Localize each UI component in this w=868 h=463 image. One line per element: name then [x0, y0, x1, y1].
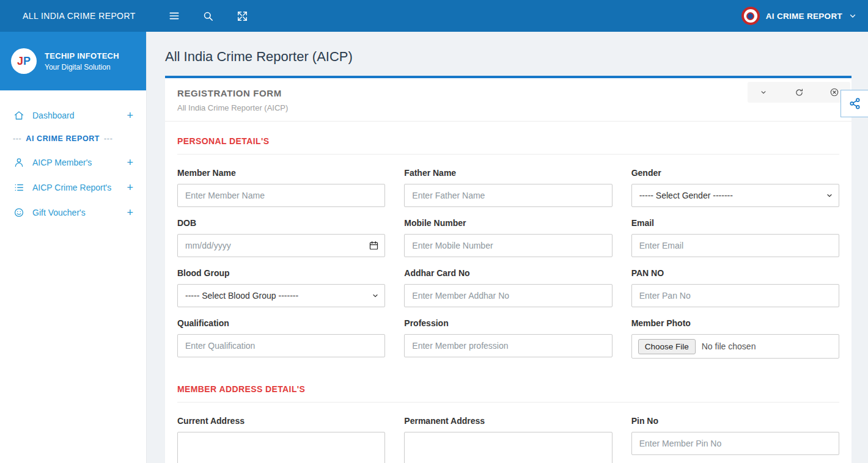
company-logo-block: JP TECHIP INFOTECH Your Digital Solution — [0, 32, 146, 90]
top-navbar: ALL INDIA CRIME REPORT AI CRIME REPORT — [0, 0, 868, 32]
father-name-input[interactable] — [404, 184, 612, 207]
section-title-personal: PERSONAL DETAIL'S — [177, 136, 839, 146]
email-label: Email — [631, 218, 839, 228]
plus-icon[interactable]: + — [127, 182, 133, 193]
plus-icon[interactable]: + — [127, 207, 133, 218]
close-icon[interactable] — [829, 87, 839, 97]
plus-icon[interactable]: + — [127, 110, 133, 121]
field-aadhar: Addhar Card No — [404, 268, 612, 307]
sidebar-menu: Dashboard + --- AI CRIME REPORT --- AICP… — [0, 90, 146, 225]
sidebar: JP TECHIP INFOTECH Your Digital Solution… — [0, 32, 147, 463]
field-pan: PAN NO — [631, 268, 839, 307]
field-qualification: Qualification — [177, 318, 385, 359]
profession-input[interactable] — [404, 334, 612, 357]
sidebar-item-dashboard[interactable]: Dashboard + — [0, 103, 146, 128]
person-icon — [13, 156, 24, 168]
pan-input[interactable] — [631, 284, 839, 307]
member-name-label: Member Name — [177, 168, 385, 178]
personal-details-grid: Member Name Father Name Gender ----- Sel… — [177, 168, 839, 370]
aadhar-input[interactable] — [404, 284, 612, 307]
fullscreen-icon[interactable] — [236, 9, 249, 23]
sidebar-item-gift-vouchers[interactable]: Gift Voucher's + — [0, 200, 146, 225]
gender-select[interactable]: ----- Select Gender ------- — [631, 184, 839, 207]
file-status-text: No file chosen — [702, 341, 756, 351]
member-photo-file-input[interactable]: Choose File No file chosen — [631, 334, 839, 359]
field-blood-group: Blood Group ----- Select Blood Group ---… — [177, 268, 385, 307]
field-father-name: Father Name — [404, 168, 612, 207]
section-dash-right: --- — [104, 134, 112, 143]
refresh-icon[interactable] — [794, 87, 804, 97]
field-member-photo: Member Photo Choose File No file chosen — [631, 318, 839, 359]
main-content: All India Crime Reporter (AICP) REGISTRA… — [147, 32, 868, 463]
mobile-input[interactable] — [404, 234, 612, 257]
share-icon — [848, 97, 861, 110]
sidebar-item-label: AICP Crime Report's — [32, 183, 111, 192]
address-details-grid: Current Address Permanent Address Pin No — [177, 416, 839, 463]
navbar-icons — [167, 9, 249, 23]
field-member-name: Member Name — [177, 168, 385, 207]
sidebar-item-label: Dashboard — [32, 111, 75, 120]
profession-label: Profession — [404, 318, 612, 328]
smiley-icon — [13, 206, 24, 218]
logo-letter-p: P — [23, 55, 31, 68]
field-pin: Pin No — [631, 416, 839, 463]
blood-group-select[interactable]: ----- Select Blood Group ------- — [177, 284, 385, 307]
qualification-input[interactable] — [177, 334, 385, 357]
logo-letter-j: J — [17, 55, 23, 68]
pin-label: Pin No — [631, 416, 839, 426]
card-tools — [748, 82, 850, 103]
section-dash-left: --- — [13, 134, 21, 143]
search-icon[interactable] — [202, 9, 215, 23]
permanent-address-textarea[interactable] — [404, 432, 612, 463]
card-header: REGISTRATION FORM All India Crime Report… — [165, 78, 851, 122]
aadhar-label: Addhar Card No — [404, 268, 612, 278]
field-current-address: Current Address — [177, 416, 385, 463]
pan-label: PAN NO — [631, 268, 839, 278]
card-body: PERSONAL DETAIL'S Member Name Father Nam… — [165, 136, 851, 463]
section-title-address: MEMBER ADDRESS DETAIL'S — [177, 384, 839, 394]
company-name: TECHIP INFOTECH — [45, 51, 119, 60]
sidebar-item-label: AICP Member's — [32, 158, 92, 167]
field-email: Email — [631, 218, 839, 257]
sidebar-item-aicp-crime-reports[interactable]: AICP Crime Report's + — [0, 175, 146, 200]
permanent-address-label: Permanent Address — [404, 416, 612, 426]
current-address-textarea[interactable] — [177, 432, 385, 463]
gender-label: Gender — [631, 168, 839, 178]
registration-form-card: REGISTRATION FORM All India Crime Report… — [165, 76, 851, 463]
field-gender: Gender ----- Select Gender ------- — [631, 168, 839, 207]
choose-file-button[interactable]: Choose File — [638, 339, 696, 354]
blood-group-label: Blood Group — [177, 268, 385, 278]
field-dob: DOB — [177, 218, 385, 257]
dob-date-input[interactable] — [177, 234, 385, 257]
list-icon — [13, 181, 24, 193]
mobile-label: Mobile Number — [404, 218, 612, 228]
card-title: REGISTRATION FORM — [177, 88, 839, 98]
divider — [177, 154, 839, 155]
page-title: All India Crime Reporter (AICP) — [165, 49, 851, 65]
pin-input[interactable] — [631, 432, 839, 455]
hamburger-icon[interactable] — [167, 9, 181, 23]
section-label-text: AI CRIME REPORT — [26, 134, 100, 143]
account-menu[interactable]: AI CRIME REPORT — [741, 7, 857, 25]
chevron-down-icon[interactable] — [848, 12, 857, 20]
qualification-label: Qualification — [177, 318, 385, 328]
sidebar-item-aicp-members[interactable]: AICP Member's + — [0, 150, 146, 175]
collapse-icon[interactable] — [759, 87, 768, 97]
sidebar-section-label: --- AI CRIME REPORT --- — [0, 128, 146, 150]
app-brand: ALL INDIA CRIME REPORT — [23, 11, 136, 21]
member-name-input[interactable] — [177, 184, 385, 207]
plus-icon[interactable]: + — [127, 157, 133, 168]
father-name-label: Father Name — [404, 168, 612, 178]
current-address-label: Current Address — [177, 416, 385, 426]
share-panel-toggle[interactable] — [840, 90, 868, 117]
sidebar-item-label: Gift Voucher's — [32, 208, 86, 217]
card-subtitle: All India Crime Reporter (AICP) — [177, 103, 839, 112]
company-tagline: Your Digital Solution — [45, 63, 119, 71]
field-mobile: Mobile Number — [404, 218, 612, 257]
field-permanent-address: Permanent Address — [404, 416, 612, 463]
dob-label: DOB — [177, 218, 385, 228]
email-input[interactable] — [631, 234, 839, 257]
field-profession: Profession — [404, 318, 612, 359]
aicp-emblem-icon — [741, 7, 760, 25]
company-logo-icon: JP — [11, 48, 37, 74]
